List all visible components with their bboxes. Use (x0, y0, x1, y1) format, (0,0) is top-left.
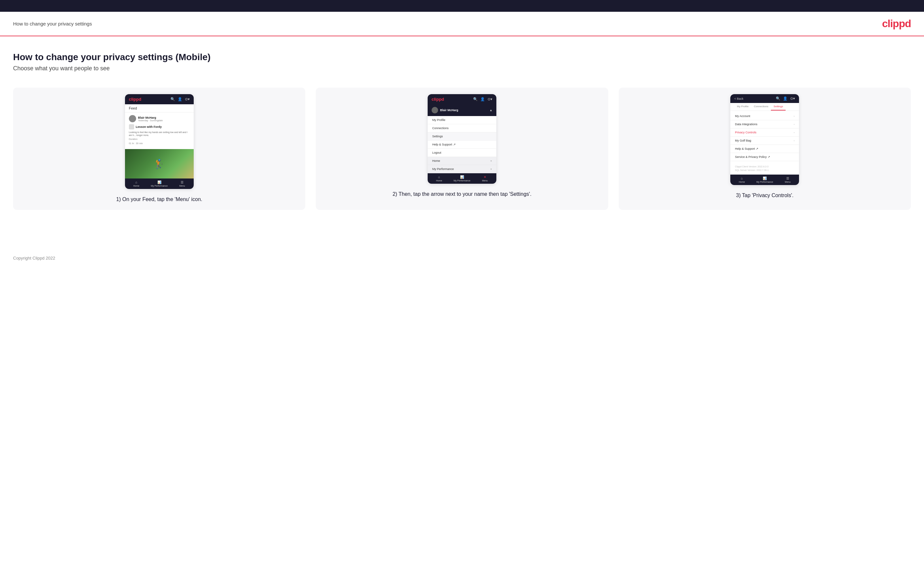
step-2-card: clippd 🔍 👤 ⊙▾ Blair McHarg ▲ (316, 88, 608, 210)
step2-menu-section: Home ▾ My Performance ▾ (428, 157, 496, 173)
tab-connections: Connections (751, 103, 771, 111)
step2-menu-items: My Profile Connections Settings Help & S… (428, 116, 496, 157)
step2-menu-user-info: Blair McHarg (431, 107, 459, 113)
step2-chevron-up: ▲ (489, 108, 493, 112)
top-bar (0, 0, 924, 12)
copyright: Copyright Clippd 2022 (13, 256, 55, 261)
steps-grid: clippd 🔍 👤 ⊙▾ Feed Blair McHarg (13, 88, 911, 210)
step-1-card: clippd 🔍 👤 ⊙▾ Feed Blair McHarg (13, 88, 305, 210)
step3-nav-menu: ☰ Menu (776, 177, 799, 183)
step3-nav-home-label: Home (739, 181, 745, 183)
step1-phone-header: clippd 🔍 👤 ⊙▾ (125, 94, 194, 104)
step3-nav-home: ⌂ Home (730, 177, 753, 183)
performance-chevron-down: ▾ (491, 168, 492, 171)
settings-label: Settings (432, 135, 443, 138)
home-section-label: Home (432, 159, 440, 163)
dataintegrations-chevron: › (794, 123, 795, 126)
page-subheading: Choose what you want people to see (13, 65, 911, 72)
step3-performance-icon: 📊 (763, 177, 767, 180)
step1-feed-tab: Feed (125, 104, 194, 113)
feed-user-name: Blair McHarg (138, 116, 163, 119)
nav-menu: ☰ Menu (171, 181, 194, 187)
step3-nav-performance: 📊 My Performance (753, 177, 776, 183)
feed-duration-value: 01 hr : 30 min (129, 142, 190, 145)
step2-nav-menu-label: Menu (482, 179, 488, 182)
myperformance-section-label: My Performance (432, 168, 454, 171)
connections-label: Connections (432, 127, 449, 130)
menu-item-connections: Connections (428, 124, 496, 132)
nav-home: ⌂ Home (125, 181, 148, 187)
page-heading: How to change your privacy settings (Mob… (13, 52, 911, 63)
golf-figure: 🏌️ (153, 158, 165, 169)
step1-phone-icons: 🔍 👤 ⊙▾ (170, 97, 190, 102)
step2-nav-performance: 📊 My Performance (451, 175, 473, 182)
step3-nav-performance-label: My Performance (756, 181, 773, 183)
step1-phone-logo: clippd (129, 97, 141, 102)
step-2-mockup: clippd 🔍 👤 ⊙▾ Blair McHarg ▲ (428, 94, 496, 184)
settings-item-helpsupport: Help & Support ↗ (730, 145, 799, 153)
lesson-icon (129, 124, 134, 129)
step3-nav-menu-label: Menu (785, 181, 791, 183)
person-icon: 👤 (178, 97, 182, 102)
step2-nav-menu: ✕ Menu (473, 175, 496, 182)
menu-icon: ☰ (181, 181, 184, 184)
step-2-caption: 2) Then, tap the arrow next to your name… (393, 190, 532, 198)
section-item-home: Home ▾ (428, 157, 496, 165)
myaccount-chevron: › (794, 115, 795, 118)
settings-icon-3: ⊙▾ (790, 97, 795, 101)
main-content: How to change your privacy settings (Mob… (0, 36, 924, 249)
myaccount-label: My Account (735, 114, 750, 118)
step-3-mockup: < Back 🔍 👤 ⊙▾ My Profile Connections Set… (730, 94, 799, 185)
myprofile-label: My Profile (432, 118, 445, 122)
step3-bottom-nav: ⌂ Home 📊 My Performance ☰ Menu (730, 174, 799, 185)
home-icon: ⌂ (136, 181, 137, 184)
step2-home-icon: ⌂ (438, 175, 440, 179)
footer: Copyright Clippd 2022 (0, 249, 924, 267)
feed-lesson-text: Looking to feel like my hands are exitin… (129, 131, 190, 137)
step-3-card: < Back 🔍 👤 ⊙▾ My Profile Connections Set… (619, 88, 911, 210)
feed-user-row: Blair McHarg Yesterday · Sunningdale (129, 115, 190, 122)
helpsupport-label: Help & Support ↗ (432, 143, 456, 146)
step-1-mockup: clippd 🔍 👤 ⊙▾ Feed Blair McHarg (125, 94, 194, 189)
step2-menu-username: Blair McHarg (440, 108, 459, 112)
feed-user-sub: Yesterday · Sunningdale (138, 119, 163, 122)
step2-close-icon: ✕ (484, 175, 486, 179)
step1-feed-item: Blair McHarg Yesterday · Sunningdale Les… (125, 113, 194, 149)
step2-phone-header: clippd 🔍 👤 ⊙▾ (428, 94, 496, 104)
logout-label: Logout (432, 151, 441, 154)
step2-nav-home: ⌂ Home (428, 175, 451, 182)
menu-item-helpsupport: Help & Support ↗ (428, 140, 496, 149)
feed-avatar (129, 115, 136, 122)
step1-golf-image: 🏌️ (125, 149, 194, 179)
nav-home-label: Home (133, 185, 139, 187)
tab-myprofile: My Profile (734, 103, 751, 111)
step2-performance-icon: 📊 (460, 175, 464, 179)
logo: clippd (882, 18, 911, 30)
step1-bottom-nav: ⌂ Home 📊 My Performance ☰ Menu (125, 179, 194, 189)
step3-version-info: Clippd Client Version: 2022.8.3-3 SQL Se… (730, 163, 799, 174)
step3-phone-icons: 🔍 👤 ⊙▾ (776, 97, 795, 101)
step-1-caption: 1) On your Feed, tap the 'Menu' icon. (116, 195, 202, 203)
settings-item-myaccount: My Account › (730, 112, 799, 120)
step2-nav-performance-label: My Performance (454, 179, 470, 182)
step2-phone-logo: clippd (431, 97, 444, 102)
header-title: How to change your privacy settings (13, 21, 92, 26)
settings-icon-2: ⊙▾ (488, 97, 493, 102)
step3-back-btn: < Back (734, 97, 743, 100)
settings-item-mygolfbag: My Golf Bag › (730, 137, 799, 145)
settings-item-dataintegrations: Data Integrations › (730, 120, 799, 129)
home-chevron-down: ▾ (491, 160, 492, 163)
serviceprivacy-label: Service & Privacy Policy ↗ (735, 155, 770, 158)
menu-item-logout: Logout (428, 149, 496, 157)
step3-helpsupport-label: Help & Support ↗ (735, 147, 758, 150)
step2-nav-home-label: Home (436, 179, 443, 182)
step3-home-icon: ⌂ (741, 177, 743, 180)
step3-back-header: < Back 🔍 👤 ⊙▾ (730, 94, 799, 103)
feed-lesson-row: Lesson with Fordy (129, 124, 190, 129)
section-item-myperformance: My Performance ▾ (428, 165, 496, 173)
dataintegrations-label: Data Integrations (735, 122, 758, 126)
feed-user-info: Blair McHarg Yesterday · Sunningdale (138, 116, 163, 122)
step3-settings-tabs: My Profile Connections Settings (730, 103, 799, 111)
nav-menu-label: Menu (179, 185, 185, 187)
search-icon-3: 🔍 (776, 97, 780, 101)
